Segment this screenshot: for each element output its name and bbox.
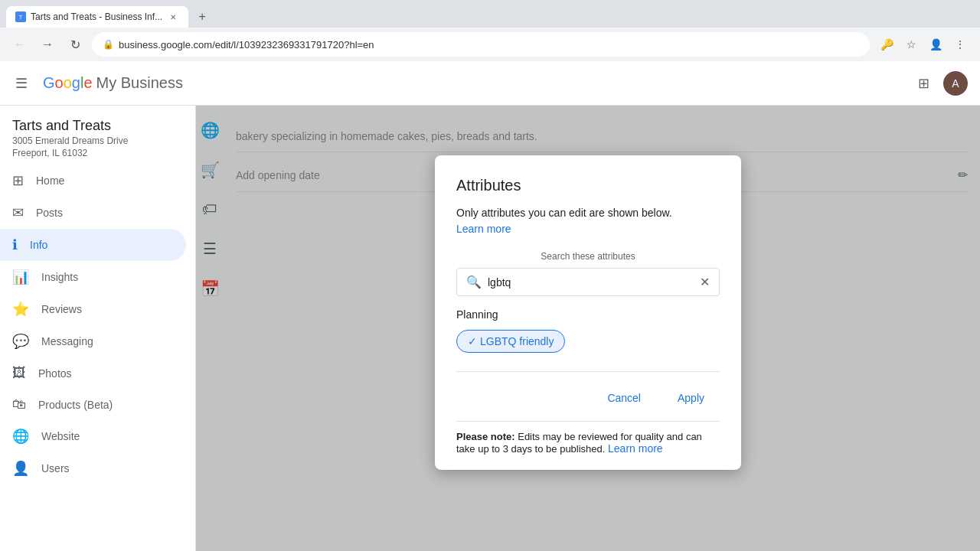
tab-favicon: T	[15, 11, 26, 22]
reviews-icon: ⭐	[12, 301, 29, 318]
sidebar-item-info-label: Info	[30, 239, 47, 251]
info-icon: ℹ	[12, 236, 18, 253]
more-options-button[interactable]: ⋮	[949, 34, 971, 55]
logo-business: My Business	[96, 74, 183, 92]
posts-icon: ✉	[12, 204, 24, 221]
sidebar-item-products-label: Products (Beta)	[38, 399, 113, 411]
search-icon: 🔍	[466, 275, 482, 289]
url-text: business.google.com/edit/l/1039232369331…	[119, 39, 374, 51]
sidebar-item-website-label: Website	[41, 430, 80, 442]
logo: G o o g l e My Business	[43, 74, 183, 92]
forward-button[interactable]: →	[37, 34, 58, 55]
sidebar-item-home[interactable]: ⊞ Home	[0, 165, 186, 197]
search-label: Search these attributes	[456, 251, 720, 262]
modal-title: Attributes	[456, 177, 720, 194]
back-button[interactable]: ←	[9, 34, 31, 55]
chip-container: ✓ LGBTQ friendly	[456, 330, 720, 353]
sidebar-item-home-label: Home	[36, 174, 64, 187]
sidebar-item-posts[interactable]: ✉ Posts	[0, 197, 186, 229]
main-area: 🌐 🛒 🏷 ☰ 📅 bakery specializing in homemad…	[196, 106, 980, 551]
browser-chrome: T Tarts and Treats - Business Inf... ✕ +…	[0, 0, 980, 61]
new-tab-button[interactable]: +	[191, 6, 213, 28]
sidebar-item-users-label: Users	[41, 462, 70, 474]
home-icon: ⊞	[12, 172, 24, 189]
chip-label: LGBTQ friendly	[480, 335, 554, 347]
website-icon: 🌐	[12, 428, 29, 445]
modal-learn-more-link[interactable]: Learn more	[456, 223, 511, 235]
app-container: Tarts and Treats 3005 Emerald Dreams Dri…	[0, 106, 980, 551]
omnibar: ← → ↻ 🔒 business.google.com/edit/l/10392…	[0, 28, 980, 61]
note-prefix: Please note:	[456, 431, 515, 442]
sidebar: Tarts and Treats 3005 Emerald Dreams Dri…	[0, 106, 196, 551]
address-bar[interactable]: 🔒 business.google.com/edit/l/10392323693…	[92, 32, 870, 57]
note-learn-more-link[interactable]: Learn more	[608, 442, 663, 455]
apps-button[interactable]: ⊞	[910, 70, 937, 97]
sidebar-item-insights-label: Insights	[41, 271, 78, 283]
search-section: Search these attributes 🔍 ✕	[456, 251, 720, 296]
sidebar-item-photos-label: Photos	[38, 367, 72, 380]
logo-o1: o	[55, 74, 64, 92]
sidebar-item-reviews-label: Reviews	[41, 303, 82, 315]
cancel-button[interactable]: Cancel	[592, 384, 656, 412]
sidebar-item-products[interactable]: 🛍 Products (Beta)	[0, 389, 186, 420]
browser-actions: 🔑 ☆ 👤 ⋮	[876, 34, 971, 55]
modal-actions: Cancel Apply	[456, 371, 720, 412]
sidebar-item-users[interactable]: 👤 Users	[0, 452, 186, 484]
sidebar-item-posts-label: Posts	[36, 207, 63, 219]
lock-icon: 🔒	[103, 39, 114, 50]
business-address-line1: 3005 Emerald Dreams Drive	[12, 135, 183, 146]
key-icon[interactable]: 🔑	[876, 34, 897, 55]
tab-bar: T Tarts and Treats - Business Inf... ✕ +	[0, 0, 980, 28]
modal-note: Please note: Edits may be reviewed for q…	[456, 421, 720, 455]
sidebar-item-messaging-label: Messaging	[41, 335, 93, 347]
photos-icon: 🖼	[12, 365, 26, 381]
attributes-modal: Attributes Only attributes you can edit …	[435, 155, 741, 470]
logo-g2: g	[72, 74, 80, 92]
header-icons: ⊞ A	[910, 70, 968, 97]
business-info: Tarts and Treats 3005 Emerald Dreams Dri…	[0, 118, 195, 165]
reload-button[interactable]: ↻	[64, 34, 86, 55]
active-tab[interactable]: T Tarts and Treats - Business Inf... ✕	[6, 6, 188, 28]
sidebar-item-insights[interactable]: 📊 Insights	[0, 261, 186, 293]
logo-e: e	[83, 74, 92, 92]
logo-o2: o	[64, 74, 72, 92]
sidebar-item-website[interactable]: 🌐 Website	[0, 420, 186, 452]
account-icon[interactable]: 👤	[925, 34, 946, 55]
users-icon: 👤	[12, 460, 29, 477]
sidebar-item-messaging[interactable]: 💬 Messaging	[0, 325, 186, 357]
sidebar-item-info[interactable]: ℹ Info	[0, 229, 186, 261]
lgbtq-friendly-chip[interactable]: ✓ LGBTQ friendly	[456, 330, 565, 353]
modal-description: Only attributes you can edit are shown b…	[456, 207, 720, 219]
business-name: Tarts and Treats	[12, 118, 183, 134]
logo-g: G	[43, 74, 55, 92]
star-icon[interactable]: ☆	[900, 34, 922, 55]
menu-icon[interactable]: ☰	[12, 72, 31, 95]
search-box: 🔍 ✕	[456, 268, 720, 296]
check-icon: ✓	[468, 335, 477, 347]
messaging-icon: 💬	[12, 333, 29, 350]
insights-icon: 📊	[12, 269, 29, 285]
apply-button[interactable]: Apply	[662, 384, 720, 412]
tab-close-button[interactable]: ✕	[167, 11, 179, 23]
sidebar-item-reviews[interactable]: ⭐ Reviews	[0, 293, 186, 325]
search-input[interactable]	[488, 276, 694, 289]
tab-title: Tarts and Treats - Business Inf...	[31, 11, 162, 22]
top-header: ☰ G o o g l e My Business ⊞ A	[0, 61, 980, 106]
business-address-line2: Freeport, IL 61032	[12, 148, 183, 158]
products-icon: 🛍	[12, 396, 26, 412]
planning-section-title: Planning	[456, 308, 720, 321]
sidebar-item-photos[interactable]: 🖼 Photos	[0, 357, 186, 389]
avatar[interactable]: A	[943, 71, 968, 96]
clear-search-button[interactable]: ✕	[700, 275, 710, 289]
